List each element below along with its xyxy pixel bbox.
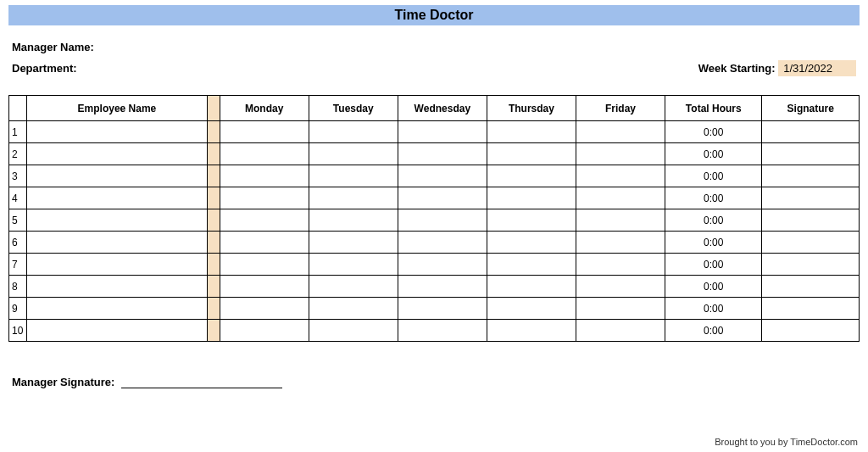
cell-employee-name[interactable] <box>26 254 207 276</box>
cell-signature[interactable] <box>762 298 860 320</box>
cell-thursday[interactable] <box>487 232 576 254</box>
manager-name-label: Manager Name: <box>12 41 94 53</box>
cell-thursday[interactable] <box>487 276 576 298</box>
cell-total-hours: 0:00 <box>665 187 762 209</box>
cell-friday[interactable] <box>576 254 665 276</box>
cell-employee-name[interactable] <box>26 187 207 209</box>
cell-friday[interactable] <box>576 143 665 165</box>
cell-signature[interactable] <box>762 276 860 298</box>
cell-separator <box>208 209 220 232</box>
col-friday: Friday <box>576 96 665 121</box>
cell-tuesday[interactable] <box>309 232 398 254</box>
timesheet-table: Employee Name Monday Tuesday Wednesday T… <box>8 95 860 342</box>
cell-monday[interactable] <box>220 209 309 232</box>
cell-separator <box>208 254 220 276</box>
cell-wednesday[interactable] <box>398 209 487 232</box>
cell-total-hours: 0:00 <box>665 165 762 187</box>
table-row: 100:00 <box>9 320 860 342</box>
week-starting-value[interactable]: 1/31/2022 <box>778 60 856 76</box>
col-monday: Monday <box>220 96 309 121</box>
cell-friday[interactable] <box>576 232 665 254</box>
cell-wednesday[interactable] <box>398 320 487 342</box>
cell-thursday[interactable] <box>487 209 576 232</box>
table-row: 80:00 <box>9 276 860 298</box>
table-row: 70:00 <box>9 254 860 276</box>
cell-signature[interactable] <box>762 165 860 187</box>
row-index: 9 <box>9 298 27 320</box>
cell-signature[interactable] <box>762 121 860 143</box>
cell-monday[interactable] <box>220 276 309 298</box>
cell-tuesday[interactable] <box>309 187 398 209</box>
cell-signature[interactable] <box>762 187 860 209</box>
cell-monday[interactable] <box>220 165 309 187</box>
row-index: 6 <box>9 232 27 254</box>
cell-friday[interactable] <box>576 165 665 187</box>
table-row: 50:00 <box>9 209 860 232</box>
cell-total-hours: 0:00 <box>665 121 762 143</box>
cell-separator <box>208 276 220 298</box>
cell-monday[interactable] <box>220 298 309 320</box>
cell-wednesday[interactable] <box>398 143 487 165</box>
cell-employee-name[interactable] <box>26 121 207 143</box>
cell-wednesday[interactable] <box>398 121 487 143</box>
cell-employee-name[interactable] <box>26 320 207 342</box>
cell-monday[interactable] <box>220 187 309 209</box>
cell-thursday[interactable] <box>487 143 576 165</box>
cell-separator <box>208 187 220 209</box>
cell-tuesday[interactable] <box>309 276 398 298</box>
cell-wednesday[interactable] <box>398 254 487 276</box>
cell-monday[interactable] <box>220 143 309 165</box>
cell-signature[interactable] <box>762 143 860 165</box>
header-row: Employee Name Monday Tuesday Wednesday T… <box>9 96 860 121</box>
cell-employee-name[interactable] <box>26 298 207 320</box>
cell-tuesday[interactable] <box>309 254 398 276</box>
cell-wednesday[interactable] <box>398 276 487 298</box>
row-index: 1 <box>9 121 27 143</box>
cell-tuesday[interactable] <box>309 165 398 187</box>
table-row: 90:00 <box>9 298 860 320</box>
cell-thursday[interactable] <box>487 298 576 320</box>
cell-friday[interactable] <box>576 187 665 209</box>
cell-employee-name[interactable] <box>26 232 207 254</box>
cell-monday[interactable] <box>220 232 309 254</box>
cell-tuesday[interactable] <box>309 209 398 232</box>
cell-tuesday[interactable] <box>309 320 398 342</box>
cell-tuesday[interactable] <box>309 121 398 143</box>
cell-thursday[interactable] <box>487 254 576 276</box>
table-row: 30:00 <box>9 165 860 187</box>
table-row: 40:00 <box>9 187 860 209</box>
cell-thursday[interactable] <box>487 165 576 187</box>
cell-total-hours: 0:00 <box>665 209 762 232</box>
cell-total-hours: 0:00 <box>665 320 762 342</box>
cell-signature[interactable] <box>762 254 860 276</box>
cell-friday[interactable] <box>576 276 665 298</box>
cell-employee-name[interactable] <box>26 165 207 187</box>
department-label: Department: <box>12 62 77 75</box>
cell-tuesday[interactable] <box>309 143 398 165</box>
cell-employee-name[interactable] <box>26 276 207 298</box>
cell-friday[interactable] <box>576 121 665 143</box>
cell-monday[interactable] <box>220 320 309 342</box>
cell-tuesday[interactable] <box>309 298 398 320</box>
cell-wednesday[interactable] <box>398 165 487 187</box>
cell-signature[interactable] <box>762 232 860 254</box>
row-index: 7 <box>9 254 27 276</box>
cell-employee-name[interactable] <box>26 209 207 232</box>
cell-monday[interactable] <box>220 254 309 276</box>
cell-separator <box>208 121 220 143</box>
cell-friday[interactable] <box>576 298 665 320</box>
cell-thursday[interactable] <box>487 320 576 342</box>
cell-wednesday[interactable] <box>398 298 487 320</box>
cell-signature[interactable] <box>762 320 860 342</box>
cell-employee-name[interactable] <box>26 143 207 165</box>
cell-signature[interactable] <box>762 209 860 232</box>
signature-underline[interactable] <box>121 377 282 388</box>
cell-thursday[interactable] <box>487 187 576 209</box>
cell-wednesday[interactable] <box>398 187 487 209</box>
cell-thursday[interactable] <box>487 121 576 143</box>
cell-monday[interactable] <box>220 121 309 143</box>
cell-friday[interactable] <box>576 320 665 342</box>
cell-wednesday[interactable] <box>398 232 487 254</box>
cell-friday[interactable] <box>576 209 665 232</box>
title-bar: Time Doctor <box>8 5 860 25</box>
